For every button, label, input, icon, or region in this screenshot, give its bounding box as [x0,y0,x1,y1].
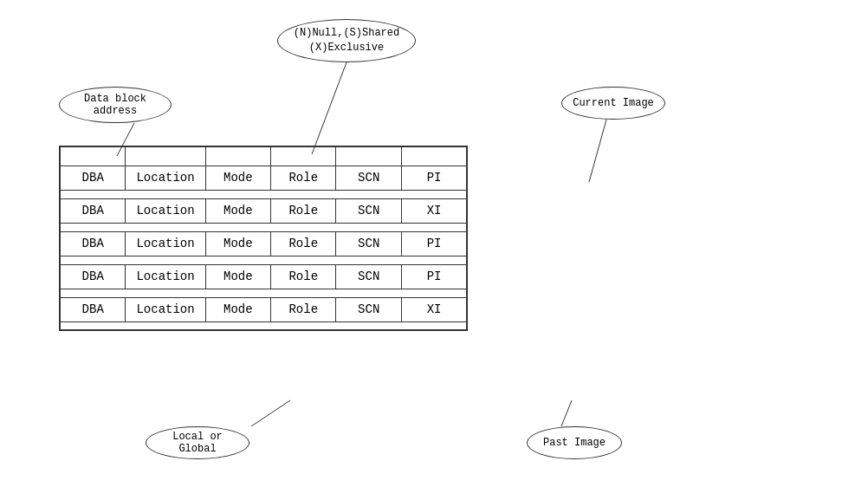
spacer-row-5 [60,321,467,330]
cell-scn-5: SCN [336,297,401,321]
table-row: DBA Location Mode Role SCN PI [60,166,467,190]
cell-mode-3: Mode [205,231,270,256]
table-row: DBA Location Mode Role SCN PI [60,231,467,256]
cell-dba-3: DBA [60,231,126,256]
cell-scn-1: SCN [336,166,401,190]
svg-line-4 [561,400,572,426]
cell-pi-4: PI [401,264,467,289]
spacer-row-4 [60,289,467,297]
cell-mode-5: Mode [205,297,270,321]
svg-line-3 [251,400,290,426]
header-cell-1 [60,146,126,166]
table-header-row [60,146,467,166]
header-cell-3 [205,146,270,166]
spacer-row-1 [60,190,467,198]
cell-location-5: Location [126,297,205,321]
ellipse-data-block-address: Data block address [59,87,172,123]
cell-location-3: Location [126,231,205,256]
cell-role-1: Role [271,166,336,190]
cell-role-5: Role [271,297,336,321]
header-cell-2 [126,146,205,166]
cell-pi-1: PI [401,166,467,190]
cell-dba-4: DBA [60,264,126,289]
cell-scn-4: SCN [336,264,401,289]
cell-scn-2: SCN [336,198,401,223]
table-row: DBA Location Mode Role SCN XI [60,297,467,321]
ellipse-null-shared-exclusive: (N)Null,(S)Shared(X)Exclusive [277,19,416,62]
ellipse-local-or-global: Local or Global [146,426,249,459]
svg-line-2 [589,120,606,182]
cell-mode-1: Mode [205,166,270,190]
header-cell-6 [401,146,467,166]
ellipse-past-image: Past Image [527,426,622,459]
cell-xi-2: XI [401,198,467,223]
svg-line-1 [312,62,347,154]
table-row: DBA Location Mode Role SCN XI [60,198,467,223]
spacer-row-3 [60,256,467,264]
header-cell-4 [271,146,336,166]
cell-xi-5: XI [401,297,467,321]
cell-location-4: Location [126,264,205,289]
cell-location-2: Location [126,198,205,223]
cell-dba-1: DBA [60,166,126,190]
cell-role-4: Role [271,264,336,289]
lock-table: DBA Location Mode Role SCN PI DBA Locati… [59,146,468,331]
spacer-row-2 [60,223,467,231]
cell-mode-4: Mode [205,264,270,289]
cell-mode-2: Mode [205,198,270,223]
cell-dba-2: DBA [60,198,126,223]
header-cell-5 [336,146,401,166]
table-row: DBA Location Mode Role SCN PI [60,264,467,289]
diagram-container: Data block address (N)Null,(S)Shared(X)E… [0,0,868,487]
cell-dba-5: DBA [60,297,126,321]
cell-location-1: Location [126,166,205,190]
cell-role-3: Role [271,231,336,256]
cell-pi-3: PI [401,231,467,256]
cell-role-2: Role [271,198,336,223]
ellipse-current-image: Current Image [561,87,665,120]
cell-scn-3: SCN [336,231,401,256]
